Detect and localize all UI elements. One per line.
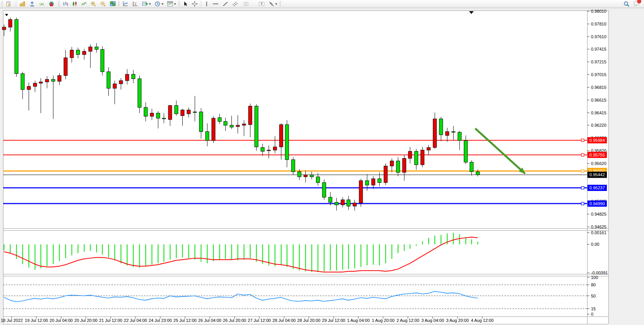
svg-text:15: 15	[591, 306, 596, 311]
trendline-icon	[223, 1, 228, 7]
tile-windows-icon	[110, 1, 116, 7]
candle	[236, 125, 240, 126]
candle	[390, 161, 394, 166]
svg-text:21 Jul 12:00: 21 Jul 12:00	[99, 318, 122, 323]
zoom-in-button[interactable]	[89, 0, 98, 8]
candle	[439, 119, 443, 135]
svg-text:0.97415: 0.97415	[591, 47, 606, 51]
periods-clock-button[interactable]: ▾	[153, 0, 166, 8]
svg-text:0: 0	[591, 312, 593, 316]
level-handle	[581, 153, 584, 156]
candle	[15, 19, 18, 73]
vertical-line-icon	[205, 1, 209, 7]
candle	[433, 119, 437, 148]
signal-icon	[39, 1, 45, 7]
horizontal-line-button[interactable]	[211, 0, 221, 8]
svg-text:4 Aug 12:00: 4 Aug 12:00	[471, 318, 494, 323]
expert-advisor-icon	[29, 1, 35, 7]
svg-text:26 Jul 04:00: 26 Jul 04:00	[198, 318, 221, 323]
candle	[138, 79, 141, 107]
candle	[329, 197, 332, 202]
auto-trading-icon	[49, 1, 55, 7]
fibonacci-button[interactable]	[242, 0, 253, 8]
toolbar-grip[interactable]	[118, 1, 120, 7]
svg-text:26 Jul 20:00: 26 Jul 20:00	[223, 318, 246, 323]
cursor-button[interactable]	[181, 0, 190, 8]
svg-text:0.97610: 0.97610	[591, 34, 606, 39]
crosshair-button[interactable]	[190, 0, 199, 8]
dropdown-arrow-icon: ▾	[276, 2, 277, 6]
candle	[242, 124, 246, 125]
svg-text:1 Aug 04:00: 1 Aug 04:00	[347, 318, 370, 323]
signals-button[interactable]	[37, 0, 47, 8]
zoom-out-icon	[100, 1, 106, 7]
chart-line-button[interactable]	[79, 0, 89, 8]
template-icon	[167, 1, 173, 7]
candle	[464, 141, 468, 162]
fibonacci-icon	[243, 1, 250, 7]
svg-text:0.97810: 0.97810	[591, 22, 606, 26]
toolbar-right-group	[622, 0, 643, 8]
gold-chart-icon	[20, 1, 26, 7]
toolbar-grip[interactable]	[178, 1, 180, 7]
candle	[230, 125, 233, 127]
expert-advisors-button[interactable]	[27, 0, 37, 8]
candle	[445, 132, 449, 136]
svg-text:0.94990: 0.94990	[589, 201, 605, 206]
chart-candles-button[interactable]	[70, 0, 79, 8]
toolbar-grip[interactable]	[1, 1, 3, 7]
new-order-button[interactable]	[4, 0, 14, 8]
tile-windows-button[interactable]	[108, 0, 118, 8]
dropdown-arrow-icon: ▾	[174, 2, 176, 6]
candle	[298, 172, 301, 177]
trendline-button[interactable]	[221, 0, 230, 8]
notification-badge	[637, 0, 642, 4]
candle	[181, 110, 184, 116]
candle	[70, 50, 74, 58]
text-label-button[interactable]: T	[257, 0, 267, 8]
svg-text:3 Aug 20:00: 3 Aug 20:00	[446, 318, 469, 323]
cursor-icon	[183, 1, 188, 7]
candle	[150, 113, 154, 116]
new-chart-button[interactable]: ▾	[140, 0, 153, 8]
candle	[113, 84, 116, 88]
indicators-button[interactable]	[121, 0, 130, 8]
candle	[132, 74, 135, 79]
auto-trading-button[interactable]	[47, 0, 58, 8]
vertical-line-button[interactable]	[203, 0, 211, 8]
candle	[452, 132, 455, 133]
candle	[76, 50, 80, 55]
search-button[interactable]	[622, 0, 632, 8]
indicator-subwindow-button[interactable]	[130, 0, 140, 8]
arrows-tool-button[interactable]: ▾	[267, 0, 279, 8]
candle	[458, 132, 461, 140]
svg-text:1 Aug 20:00: 1 Aug 20:00	[372, 318, 395, 323]
zoom-out-button[interactable]	[98, 0, 108, 8]
toolbar-grip[interactable]	[279, 1, 281, 7]
candle	[156, 113, 160, 118]
candle	[119, 81, 123, 84]
candle	[316, 177, 320, 183]
toolbar-separator	[16, 1, 16, 7]
level-handle	[581, 202, 584, 205]
candle	[273, 147, 277, 150]
candle	[199, 112, 203, 131]
svg-text:18 Jul 2022: 18 Jul 2022	[1, 318, 23, 323]
new-order-icon	[6, 1, 11, 7]
horizontal-line-icon	[212, 1, 219, 7]
market-watch-button[interactable]	[18, 0, 27, 8]
equidistant-channel-button[interactable]	[230, 0, 242, 8]
notifications-button[interactable]	[633, 0, 640, 8]
chart-bars-button[interactable]	[61, 0, 70, 8]
svg-text:0.97215: 0.97215	[591, 60, 606, 64]
candle	[421, 150, 424, 165]
chart-canvas[interactable]: 0.980100.978100.976100.974150.972150.970…	[0, 8, 644, 325]
svg-text:0.95442: 0.95442	[589, 172, 605, 177]
text-button[interactable]	[253, 0, 257, 8]
candle	[322, 182, 326, 197]
candle	[51, 79, 55, 81]
toolbar-grip[interactable]	[58, 1, 60, 7]
indicator-window-icon	[123, 1, 128, 7]
svg-text:27 Jul 12:00: 27 Jul 12:00	[248, 318, 271, 323]
templates-button[interactable]: ▾	[165, 0, 178, 8]
